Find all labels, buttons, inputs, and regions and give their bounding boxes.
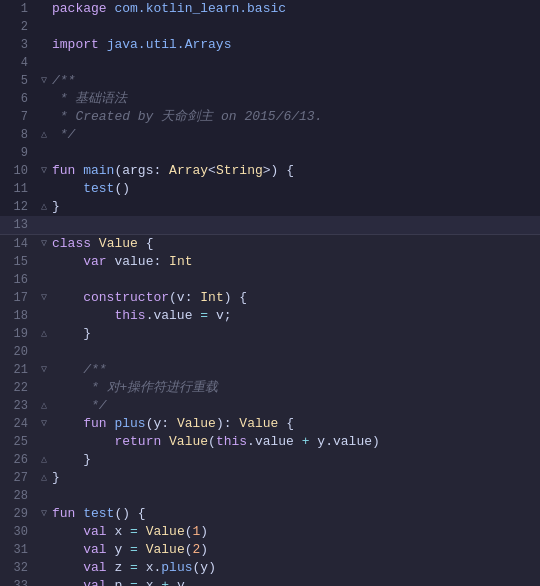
line-number: 33 bbox=[0, 577, 38, 586]
code-content: test() bbox=[50, 180, 540, 198]
code-content: * 基础语法 bbox=[50, 90, 540, 108]
code-line: 7 * Created by 天命剑主 on 2015/6/13. bbox=[0, 108, 540, 126]
line-number: 4 bbox=[0, 54, 38, 72]
line-number: 27 bbox=[0, 469, 38, 487]
line-number: 28 bbox=[0, 487, 38, 505]
code-content: class Value { bbox=[50, 235, 540, 253]
code-line: 17 ▽ constructor(v: Int) { bbox=[0, 289, 540, 307]
line-number: 6 bbox=[0, 90, 38, 108]
line-number: 8 bbox=[0, 126, 38, 144]
code-content: /** bbox=[50, 361, 540, 379]
code-content: } bbox=[50, 469, 540, 487]
line-number: 15 bbox=[0, 253, 38, 271]
code-line: 5 ▽ /** bbox=[0, 72, 540, 90]
code-editor: 1 package com.kotlin_learn.basic 2 3 imp… bbox=[0, 0, 540, 586]
line-number: 18 bbox=[0, 307, 38, 325]
fold-gutter[interactable]: △ bbox=[38, 469, 50, 487]
code-line: 26 △ } bbox=[0, 451, 540, 469]
code-content: this.value = v; bbox=[50, 307, 540, 325]
code-content: * 对+操作符进行重载 bbox=[50, 379, 540, 397]
fold-gutter[interactable]: ▽ bbox=[38, 72, 50, 90]
code-content: /** bbox=[50, 72, 540, 90]
line-number: 24 bbox=[0, 415, 38, 433]
line-number: 9 bbox=[0, 144, 38, 162]
code-content: val p = x + y bbox=[50, 577, 540, 586]
code-line: 15 var value: Int bbox=[0, 253, 540, 271]
code-content: constructor(v: Int) { bbox=[50, 289, 540, 307]
code-content: package com.kotlin_learn.basic bbox=[50, 0, 540, 18]
line-number: 30 bbox=[0, 523, 38, 541]
code-line: 10 ▽ fun main(args: Array<String>) { bbox=[0, 162, 540, 180]
fold-gutter[interactable]: ▽ bbox=[38, 289, 50, 307]
code-line: 32 val z = x.plus(y) bbox=[0, 559, 540, 577]
line-number: 25 bbox=[0, 433, 38, 451]
code-line-separator: 13 bbox=[0, 216, 540, 235]
code-line: 11 test() bbox=[0, 180, 540, 198]
code-line: 14 ▽ class Value { bbox=[0, 235, 540, 253]
line-number: 1 bbox=[0, 0, 38, 18]
fold-gutter[interactable]: ▽ bbox=[38, 235, 50, 253]
code-line: 6 * 基础语法 bbox=[0, 90, 540, 108]
fold-gutter[interactable]: ▽ bbox=[38, 361, 50, 379]
fold-gutter[interactable]: ▽ bbox=[38, 162, 50, 180]
code-line: 21 ▽ /** bbox=[0, 361, 540, 379]
code-content: var value: Int bbox=[50, 253, 540, 271]
code-line: 22 * 对+操作符进行重载 bbox=[0, 379, 540, 397]
code-content: fun plus(y: Value): Value { bbox=[50, 415, 540, 433]
fold-gutter[interactable]: △ bbox=[38, 198, 50, 216]
line-number: 5 bbox=[0, 72, 38, 90]
line-number: 20 bbox=[0, 343, 38, 361]
line-number: 32 bbox=[0, 559, 38, 577]
line-number: 17 bbox=[0, 289, 38, 307]
code-content: val z = x.plus(y) bbox=[50, 559, 540, 577]
fold-gutter[interactable]: ▽ bbox=[38, 415, 50, 433]
code-content: val x = Value(1) bbox=[50, 523, 540, 541]
line-number: 16 bbox=[0, 271, 38, 289]
code-line: 18 this.value = v; bbox=[0, 307, 540, 325]
fold-gutter[interactable]: △ bbox=[38, 325, 50, 343]
line-number: 23 bbox=[0, 397, 38, 415]
line-number: 10 bbox=[0, 162, 38, 180]
code-line: 16 bbox=[0, 271, 540, 289]
code-content: */ bbox=[50, 397, 540, 415]
code-line: 4 bbox=[0, 54, 540, 72]
line-number: 11 bbox=[0, 180, 38, 198]
code-content: * Created by 天命剑主 on 2015/6/13. bbox=[50, 108, 540, 126]
line-number: 31 bbox=[0, 541, 38, 559]
code-line: 28 bbox=[0, 487, 540, 505]
code-content: import java.util.Arrays bbox=[50, 36, 540, 54]
code-line: 33 val p = x + y bbox=[0, 577, 540, 586]
code-content: fun main(args: Array<String>) { bbox=[50, 162, 540, 180]
fold-gutter[interactable]: △ bbox=[38, 126, 50, 144]
fold-gutter[interactable]: △ bbox=[38, 397, 50, 415]
code-line: 27 △ } bbox=[0, 469, 540, 487]
code-line: 25 return Value(this.value + y.value) bbox=[0, 433, 540, 451]
code-content: } bbox=[50, 198, 540, 216]
code-line: 2 bbox=[0, 18, 540, 36]
line-number: 26 bbox=[0, 451, 38, 469]
line-number: 19 bbox=[0, 325, 38, 343]
fold-gutter[interactable]: △ bbox=[38, 451, 50, 469]
code-line: 9 bbox=[0, 144, 540, 162]
code-line: 19 △ } bbox=[0, 325, 540, 343]
fold-gutter[interactable]: ▽ bbox=[38, 505, 50, 523]
code-line: 23 △ */ bbox=[0, 397, 540, 415]
code-line: 31 val y = Value(2) bbox=[0, 541, 540, 559]
code-line: 1 package com.kotlin_learn.basic bbox=[0, 0, 540, 18]
line-number: 14 bbox=[0, 235, 38, 253]
code-line: 3 import java.util.Arrays bbox=[0, 36, 540, 54]
line-number: 7 bbox=[0, 108, 38, 126]
line-number: 21 bbox=[0, 361, 38, 379]
line-number: 29 bbox=[0, 505, 38, 523]
code-line: 24 ▽ fun plus(y: Value): Value { bbox=[0, 415, 540, 433]
code-content: } bbox=[50, 325, 540, 343]
line-number: 13 bbox=[0, 216, 38, 234]
code-line: 30 val x = Value(1) bbox=[0, 523, 540, 541]
code-line: 12 △ } bbox=[0, 198, 540, 216]
line-number: 22 bbox=[0, 379, 38, 397]
code-content: return Value(this.value + y.value) bbox=[50, 433, 540, 451]
line-number: 2 bbox=[0, 18, 38, 36]
code-content: */ bbox=[50, 126, 540, 144]
code-content: val y = Value(2) bbox=[50, 541, 540, 559]
code-content: fun test() { bbox=[50, 505, 540, 523]
